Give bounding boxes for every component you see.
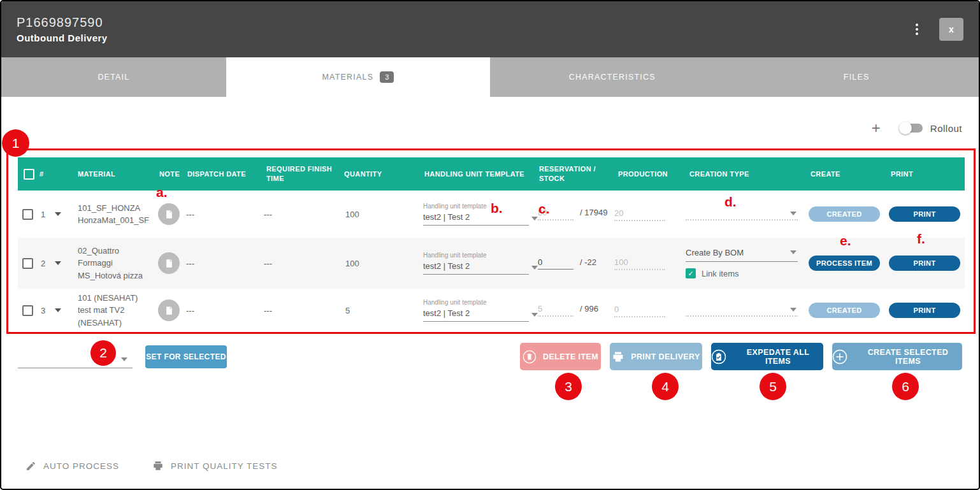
row-number: 3 xyxy=(37,306,52,315)
add-material-icon[interactable]: + xyxy=(868,120,884,136)
expedate-all-items-button[interactable]: EXPEDATE ALL ITEMS xyxy=(711,343,823,370)
expand-row-icon[interactable] xyxy=(55,212,61,216)
tab-characteristics[interactable]: CHARACTERISTICS xyxy=(490,57,735,97)
delete-item-button[interactable]: DELETE ITEM xyxy=(520,343,601,370)
select-all-checkbox[interactable] xyxy=(24,169,34,180)
row-checkbox[interactable] xyxy=(22,305,33,316)
row-checkbox[interactable] xyxy=(22,209,33,220)
table-row: 2 02_Quattro Formaggi MS_Hotová pizza --… xyxy=(18,238,965,289)
close-button[interactable]: x xyxy=(939,18,963,41)
chevron-down-icon xyxy=(531,266,538,270)
tab-files-label: FILES xyxy=(844,73,870,82)
rollout-label: Rollout xyxy=(930,123,962,134)
reservation-input[interactable] xyxy=(538,304,573,317)
row-checkbox[interactable] xyxy=(22,258,33,269)
process-item-button[interactable]: PROCESS ITEM xyxy=(809,256,880,271)
link-items-checkbox[interactable]: ✓ xyxy=(686,268,696,278)
annotation-circle-6: 6 xyxy=(892,373,919,400)
stock-value: / 996 xyxy=(580,304,598,313)
footer-actions: AUTO PROCESS PRINT QUALITY TESTS xyxy=(25,460,278,472)
quantity-value: 100 xyxy=(343,259,423,268)
header-material: MATERIAL xyxy=(69,169,158,179)
tab-files[interactable]: FILES xyxy=(734,57,979,97)
header-production: PRODUCTION xyxy=(614,169,686,179)
note-button[interactable] xyxy=(158,203,180,225)
materials-count-badge: 3 xyxy=(380,71,394,83)
note-button[interactable] xyxy=(158,299,180,321)
production-input[interactable] xyxy=(614,208,665,221)
create-selected-items-button[interactable]: CREATE SELECTED ITEMS xyxy=(832,343,962,370)
print-quality-tests-label: PRINT QUALITY TESTS xyxy=(171,461,278,471)
created-button[interactable]: CREATED xyxy=(809,206,880,222)
row-number: 1 xyxy=(37,210,52,219)
annotation-circle-3: 3 xyxy=(555,373,582,400)
header-print: PRINT xyxy=(886,169,965,179)
handling-unit-template-select[interactable]: Handling unit template test2 | Test 2 xyxy=(423,203,529,226)
chevron-down-icon xyxy=(531,217,538,220)
table-row: 1 101_SF_HONZA HonzaMat_001_SF --- --- 1… xyxy=(18,191,965,238)
tab-detail[interactable]: DETAIL xyxy=(1,57,226,97)
header-handling-unit-template: HANDLING UNIT TEMPLATE xyxy=(423,169,538,179)
production-input[interactable] xyxy=(614,305,665,317)
production-input[interactable] xyxy=(614,257,665,270)
handling-unit-template-label: Handling unit template xyxy=(423,252,529,259)
kebab-menu-icon[interactable] xyxy=(909,18,925,40)
tab-bar: DETAIL MATERIALS 3 CHARACTERISTICS FILES xyxy=(1,57,979,97)
creation-type-value: Create By BOM xyxy=(686,248,798,262)
creation-type-select[interactable] xyxy=(686,208,798,220)
chevron-down-icon xyxy=(790,212,796,215)
print-delivery-label: PRINT DELIVERY xyxy=(631,352,700,361)
reservation-input[interactable] xyxy=(538,208,573,220)
bulk-action-select[interactable] xyxy=(18,345,133,368)
reservation-input[interactable] xyxy=(538,257,573,270)
annotation-circle-4: 4 xyxy=(652,373,679,400)
annotation-circle-5: 5 xyxy=(760,373,786,400)
handling-unit-template-label: Handling unit template xyxy=(423,299,529,306)
print-button[interactable]: PRINT xyxy=(889,303,960,318)
header-reservation-stock: RESERVATION / STOCK xyxy=(538,164,614,184)
rollout-toggle[interactable]: Rollout xyxy=(901,123,962,134)
titlebar: P1669897590 Outbound Delivery x xyxy=(1,1,979,57)
window-titles: P1669897590 Outbound Delivery xyxy=(17,15,108,43)
dispatch-date-value: --- xyxy=(186,306,264,315)
header-creation-type: CREATION TYPE xyxy=(686,169,805,179)
print-button[interactable]: PRINT xyxy=(889,206,960,222)
bulk-actions-row: SET FOR SELECTED DELETE ITEM PRINT DELIV… xyxy=(18,343,962,370)
table-header-row: # MATERIAL NOTE DISPATCH DATE REQUIRED F… xyxy=(18,157,965,191)
materials-table: # MATERIAL NOTE DISPATCH DATE REQUIRED F… xyxy=(18,157,965,332)
pencil-icon xyxy=(25,461,36,472)
toggle-switch-icon[interactable] xyxy=(901,124,923,133)
page-title: Outbound Delivery xyxy=(17,32,108,43)
auto-process-button[interactable]: AUTO PROCESS xyxy=(25,460,119,472)
note-icon xyxy=(164,259,174,268)
chevron-down-icon xyxy=(790,250,796,254)
trash-icon xyxy=(522,350,537,364)
clipboard-check-icon xyxy=(711,349,726,364)
handling-unit-template-label: Handling unit template xyxy=(423,203,529,210)
printer-icon xyxy=(612,350,624,363)
note-icon xyxy=(164,306,174,315)
creation-type-select[interactable]: Create By BOM xyxy=(686,248,798,262)
created-button[interactable]: CREATED xyxy=(809,303,880,318)
tab-materials[interactable]: MATERIALS 3 xyxy=(226,57,490,97)
row-number: 2 xyxy=(37,259,52,268)
note-button[interactable] xyxy=(158,252,180,274)
expand-row-icon[interactable] xyxy=(55,308,61,312)
handling-unit-template-select[interactable]: Handling unit template test2 | Test 2 xyxy=(423,299,529,322)
set-for-selected-button[interactable]: SET FOR SELECTED xyxy=(145,345,227,368)
table-row: 3 101 (NESAHAT) test mat TV2 (NESAHAT) -… xyxy=(18,289,965,332)
print-button[interactable]: PRINT xyxy=(889,256,960,271)
handling-unit-template-value: test2 | Test 2 xyxy=(423,212,529,226)
print-delivery-button[interactable]: PRINT DELIVERY xyxy=(610,343,702,370)
print-quality-tests-button[interactable]: PRINT QUALITY TESTS xyxy=(152,460,278,472)
handling-unit-template-select[interactable]: Handling unit template test2 | Test 2 xyxy=(423,252,529,275)
header-dispatch-date: DISPATCH DATE xyxy=(186,169,264,179)
outbound-delivery-window: P1669897590 Outbound Delivery x DETAIL M… xyxy=(0,0,980,490)
creation-type-select[interactable] xyxy=(686,304,798,317)
auto-process-label: AUTO PROCESS xyxy=(43,461,119,471)
required-finish-time-value: --- xyxy=(264,210,343,219)
chevron-down-icon xyxy=(121,357,127,361)
chevron-down-icon xyxy=(790,308,796,312)
note-icon xyxy=(164,210,174,219)
expand-row-icon[interactable] xyxy=(55,261,61,265)
